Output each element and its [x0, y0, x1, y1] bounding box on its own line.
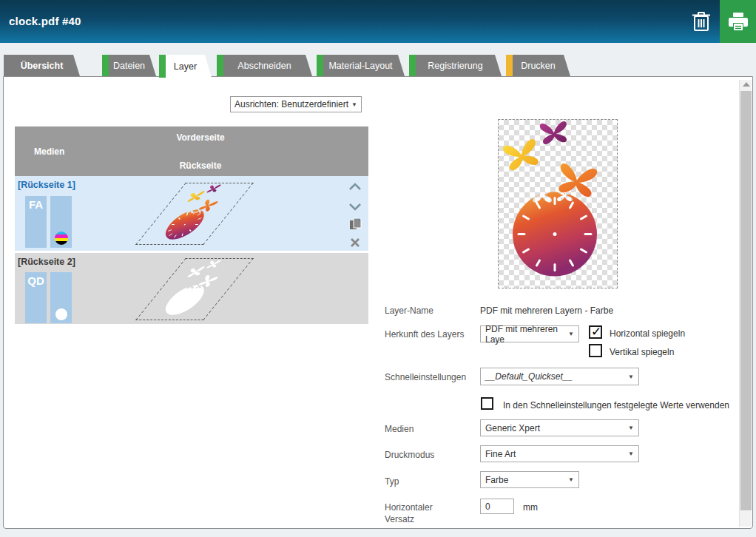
ink-bar	[50, 272, 72, 323]
mirror-horizontal-checkbox[interactable]	[589, 325, 602, 339]
tab-uebersicht[interactable]: Übersicht	[4, 55, 80, 76]
tab-abschneiden[interactable]: Abschneiden	[217, 55, 312, 76]
layer-row-rueckseite-2[interactable]: [Rückseite 2] QD	[15, 253, 368, 324]
tab-status-indicator	[159, 55, 166, 78]
tab-label: Registrierung	[428, 61, 482, 71]
use-quickset-values-label: In den Schnelleinstellungen festgelegte …	[503, 400, 729, 411]
layer-thumbnail-white	[135, 258, 254, 320]
tab-layer[interactable]: Layer	[159, 55, 212, 78]
column-header-rueckseite: Rückseite	[112, 161, 289, 171]
media-bar: QD	[25, 272, 47, 323]
vertical-scrollbar[interactable]	[739, 80, 752, 527]
use-quickset-values-checkbox[interactable]	[481, 397, 493, 410]
layer-tab-panel: Ausrichten: Benutzerdefiniert ▼ Medien V…	[3, 76, 753, 529]
document-title: clock.pdf #40	[9, 15, 81, 27]
quickset-label: Schnelleinstellungen	[385, 372, 466, 382]
print-mode-label: Druckmodus	[385, 450, 434, 460]
align-dropdown[interactable]: Ausrichten: Benutzerdefiniert ▼	[230, 96, 362, 112]
h-offset-label-line1: Horizontaler	[385, 502, 433, 513]
media-bar-label: FA	[25, 198, 47, 211]
white-ink-icon	[55, 308, 67, 320]
mirror-vertical-checkbox[interactable]	[589, 344, 602, 357]
print-mode-value: Fine Art	[485, 449, 516, 459]
tab-label: Material-Layout	[328, 61, 392, 71]
tab-label: Drucken	[521, 61, 556, 71]
title-bar: clock.pdf #40	[0, 0, 756, 43]
delete-job-button[interactable]	[686, 8, 716, 35]
h-offset-label-line2: Versatz	[385, 514, 414, 524]
media-bar-label: QD	[25, 274, 47, 287]
tab-status-indicator	[217, 55, 223, 76]
layer-thumbnail-color	[135, 183, 254, 245]
cmyk-color-icon	[55, 232, 68, 245]
print-button[interactable]	[720, 0, 756, 43]
type-select[interactable]: Farbe ▼	[480, 471, 579, 488]
column-header-medien: Medien	[34, 146, 64, 157]
layer-row-title: [Rückseite 2]	[18, 257, 75, 267]
scrollbar-thumb[interactable]	[740, 91, 752, 510]
delete-row-icon[interactable]	[348, 235, 364, 251]
tab-label: Abschneiden	[237, 61, 291, 71]
chevron-down-icon: ▼	[568, 331, 574, 337]
layer-origin-label: Herkunft des Layers	[385, 329, 464, 340]
layer-origin-value: PDF mit mehreren Laye	[485, 324, 568, 345]
layer-name-label: Layer-Name	[385, 305, 433, 316]
ink-bar	[50, 196, 72, 248]
column-header-vorderseite: Vorderseite	[112, 132, 289, 143]
layer-preview-image	[498, 119, 618, 288]
move-down-icon[interactable]	[348, 199, 364, 215]
layer-table: Medien Vorderseite Rückseite [Rückseite …	[15, 126, 368, 324]
printer-icon	[720, 11, 756, 32]
chevron-down-icon: ▼	[628, 450, 634, 457]
layer-table-header: Medien Vorderseite Rückseite	[15, 126, 368, 176]
tab-status-indicator	[317, 55, 323, 76]
scroll-up-arrow-icon[interactable]	[743, 82, 750, 87]
h-offset-input[interactable]	[480, 499, 514, 514]
media-value: Generic Xpert	[485, 423, 540, 433]
tab-material-layout[interactable]: Material-Layout	[317, 55, 405, 76]
tab-status-indicator	[409, 55, 416, 76]
mirror-vertical-label: Vertikal spiegeln	[610, 347, 674, 357]
print-mode-select[interactable]: Fine Art ▼	[480, 445, 639, 462]
h-offset-unit: mm	[523, 502, 538, 513]
tab-drucken[interactable]: Drucken	[506, 55, 570, 76]
tab-registrierung[interactable]: Registrierung	[409, 55, 502, 76]
chevron-down-icon: ▼	[628, 374, 634, 380]
quickset-select[interactable]: __Default_Quickset__ ▼	[480, 368, 639, 385]
chevron-down-icon: ▼	[568, 476, 574, 483]
duplicate-icon[interactable]	[348, 217, 364, 233]
media-bar: FA	[25, 196, 47, 248]
tab-label: Layer	[174, 61, 197, 72]
trash-icon	[686, 10, 716, 33]
tab-label: Dateien	[113, 61, 145, 71]
mirror-horizontal-label: Horizontal spiegeln	[610, 328, 685, 339]
align-dropdown-value: Ausrichten: Benutzerdefiniert	[234, 99, 348, 109]
chevron-down-icon: ▼	[628, 425, 634, 431]
tab-status-indicator	[506, 55, 513, 76]
tab-status-indicator	[102, 55, 109, 76]
tab-label: Übersicht	[21, 61, 64, 71]
quickset-value: __Default_Quickset__	[485, 371, 573, 382]
tab-dateien[interactable]: Dateien	[102, 55, 156, 76]
layer-row-title: [Rückseite 1]	[18, 180, 75, 190]
row-actions	[348, 176, 365, 251]
chevron-down-icon: ▼	[351, 101, 357, 108]
media-select[interactable]: Generic Xpert ▼	[480, 419, 639, 436]
layer-origin-select[interactable]: PDF mit mehreren Laye ▼	[480, 325, 579, 342]
media-label: Medien	[385, 424, 414, 434]
type-value: Farbe	[485, 475, 508, 485]
layer-row-rueckseite-1[interactable]: [Rückseite 1] FA	[15, 176, 368, 251]
layer-name-value: PDF mit mehreren Layern - Farbe	[480, 305, 613, 316]
move-up-icon[interactable]	[348, 180, 364, 196]
type-label: Typ	[385, 476, 399, 487]
